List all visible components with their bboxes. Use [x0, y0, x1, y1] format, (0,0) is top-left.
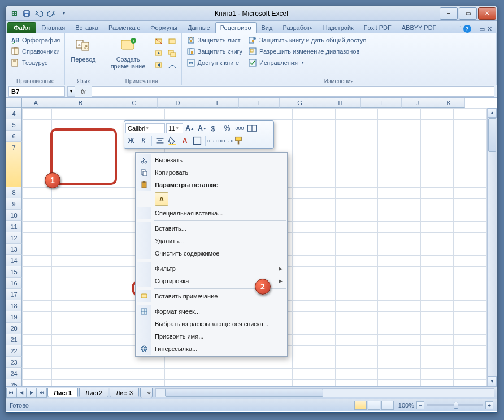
row-header-21[interactable]: 21	[6, 334, 22, 345]
row-header-22[interactable]: 22	[6, 345, 22, 357]
row-header-14[interactable]: 14	[6, 255, 22, 266]
excel-icon[interactable]: ⊞	[8, 8, 20, 19]
font-color-icon[interactable]: A	[179, 135, 190, 146]
zoom-percent[interactable]: 100%	[398, 402, 414, 409]
decrease-font-icon[interactable]: A▼	[197, 123, 208, 134]
row-header-24[interactable]: 24	[6, 368, 22, 379]
mini-font-select[interactable]: Calibri▾	[125, 123, 165, 133]
cm-paste-special[interactable]: Специальная вставка...	[137, 207, 286, 219]
merge-center-icon[interactable]	[246, 123, 258, 134]
view-page-break-button[interactable]	[381, 401, 394, 410]
name-box-dropdown[interactable]: ▾	[67, 86, 75, 97]
maximize-button[interactable]: ▭	[459, 7, 477, 20]
row-header-10[interactable]: 10	[6, 210, 22, 221]
paste-option-default[interactable]: A	[155, 192, 168, 206]
column-header-B[interactable]: B	[50, 98, 111, 108]
select-all-corner[interactable]	[6, 98, 22, 108]
tab-abbyy-pdf[interactable]: ABBYY PDF	[397, 22, 442, 33]
row-header-25[interactable]: 25	[6, 379, 22, 386]
sheet-tab-3[interactable]: Лист3	[110, 388, 139, 397]
cm-delete[interactable]: Удалить...	[137, 235, 286, 247]
protect-and-share-button[interactable]: Защитить книгу и дать общий доступ	[246, 34, 368, 46]
research-button[interactable]: Справочники	[8, 46, 62, 57]
translate-button[interactable]: aあ Перевод	[67, 34, 99, 65]
tab-data[interactable]: Данные	[183, 22, 215, 33]
row-header-13[interactable]: 13	[6, 244, 22, 255]
formula-input[interactable]	[92, 86, 494, 97]
protect-sheet-button[interactable]: Защитить лист	[184, 34, 245, 46]
row-header-19[interactable]: 19	[6, 311, 22, 323]
format-painter-icon[interactable]	[233, 135, 244, 146]
tab-nav-prev[interactable]: ◀	[16, 388, 27, 398]
column-header-D[interactable]: D	[158, 98, 198, 108]
close-button[interactable]: ✕	[478, 7, 496, 20]
row-header-23[interactable]: 23	[6, 357, 22, 368]
accounting-format-icon[interactable]: $	[209, 123, 220, 134]
fill-color-icon[interactable]	[167, 135, 178, 146]
horizontal-scrollbar[interactable]	[155, 388, 494, 397]
allow-edit-ranges-button[interactable]: Разрешить изменение диапазонов	[246, 46, 368, 57]
cm-insert[interactable]: Вставить...	[137, 222, 286, 235]
vertical-scrollbar[interactable]: ▲ ▼	[487, 108, 497, 386]
cm-copy[interactable]: Копировать	[137, 166, 286, 179]
view-normal-button[interactable]	[354, 401, 367, 410]
row-header-11[interactable]: 11	[6, 221, 22, 232]
thesaurus-button[interactable]: Тезаурус	[8, 57, 62, 68]
zoom-handle[interactable]	[454, 402, 458, 409]
zoom-in-button[interactable]: +	[485, 401, 493, 409]
track-changes-button[interactable]: Исправления▾	[246, 57, 368, 68]
spelling-button[interactable]: ABC Орфография	[8, 34, 62, 46]
doc-restore-icon[interactable]: ▭	[479, 25, 485, 33]
cm-clear-contents[interactable]: Очистить содержимое	[137, 247, 286, 259]
delete-comment-button[interactable]	[152, 36, 166, 47]
view-page-layout-button[interactable]	[368, 401, 380, 410]
row-header-7[interactable]: 7	[6, 142, 22, 187]
percent-format-icon[interactable]: %	[221, 123, 233, 134]
row-header-8[interactable]: 8	[6, 187, 22, 198]
show-ink-button[interactable]	[166, 60, 179, 71]
row-header-15[interactable]: 15	[6, 266, 22, 278]
column-header-J[interactable]: J	[402, 98, 433, 108]
fx-icon[interactable]: fx	[77, 88, 89, 95]
doc-minimize-icon[interactable]: −	[473, 25, 477, 32]
cm-cut[interactable]: Вырезать	[137, 154, 286, 166]
row-header-4[interactable]: 4	[6, 108, 22, 119]
tab-addins[interactable]: Надстройк	[318, 22, 359, 33]
tab-nav-first[interactable]: ⏮	[6, 388, 16, 398]
column-header-C[interactable]: C	[111, 98, 158, 108]
column-header-G[interactable]: G	[280, 98, 320, 108]
tab-formulas[interactable]: Формулы	[145, 22, 183, 33]
ribbon-minimize-icon[interactable]: ˇ	[459, 25, 461, 32]
column-header-A[interactable]: A	[22, 98, 50, 108]
column-header-E[interactable]: E	[198, 98, 239, 108]
help-icon[interactable]: ?	[463, 25, 471, 33]
tab-review[interactable]: Рецензиро	[215, 22, 257, 33]
show-all-comments-button[interactable]	[166, 48, 179, 59]
increase-font-icon[interactable]: A▲	[184, 123, 195, 134]
tab-developer[interactable]: Разработч	[277, 22, 318, 33]
scroll-thumb-h[interactable]	[165, 389, 323, 397]
redo-button[interactable]	[46, 8, 57, 19]
new-sheet-button[interactable]: ✧	[140, 388, 153, 398]
save-button[interactable]	[21, 8, 32, 19]
sheet-tab-1[interactable]: Лист1	[47, 388, 78, 397]
row-header-18[interactable]: 18	[6, 300, 22, 311]
minimize-button[interactable]: −	[440, 7, 458, 20]
row-header-9[interactable]: 9	[6, 198, 22, 210]
cm-define-name[interactable]: Присвоить имя...	[137, 330, 286, 343]
row-header-5[interactable]: 5	[6, 119, 22, 131]
column-header-K[interactable]: K	[433, 98, 465, 108]
comma-format-icon[interactable]: 000	[234, 123, 245, 134]
doc-close-icon[interactable]: ✕	[487, 25, 492, 33]
cm-format-cells[interactable]: Формат ячеек...	[137, 305, 286, 318]
zoom-out-button[interactable]: −	[416, 401, 424, 409]
zoom-slider[interactable]	[427, 404, 483, 406]
decrease-decimal-icon[interactable]: .00→.0	[220, 135, 232, 146]
tab-nav-next[interactable]: ▶	[27, 388, 37, 398]
tab-view[interactable]: Вид	[257, 22, 278, 33]
row-header-12[interactable]: 12	[6, 232, 22, 244]
new-comment-button[interactable]: + Создать примечание	[105, 34, 152, 72]
tab-insert[interactable]: Вставка	[70, 22, 103, 33]
tab-nav-last[interactable]: ⏭	[37, 388, 47, 398]
italic-icon[interactable]: К	[138, 135, 149, 146]
